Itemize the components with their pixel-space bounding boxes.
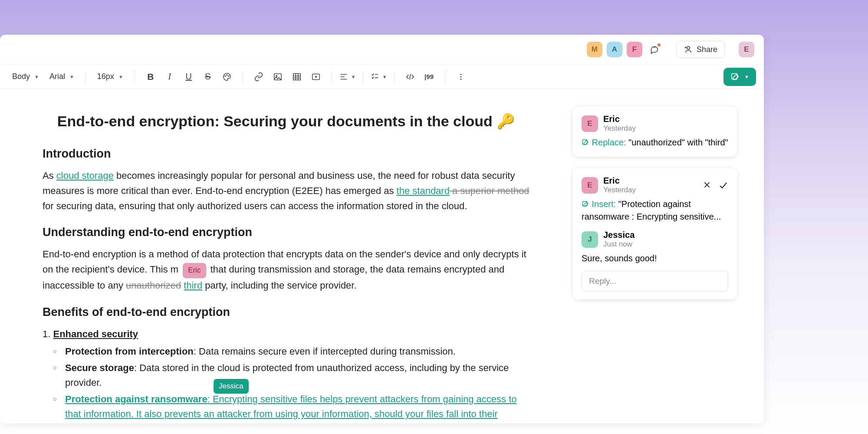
svg-point-26 <box>460 79 461 80</box>
svg-rect-10 <box>293 73 301 80</box>
comment-card[interactable]: E Eric Yesterday Replace: "unauthorized"… <box>573 106 737 157</box>
comment-body: Insert: "Protection against ransomware :… <box>582 198 728 223</box>
image-icon <box>273 72 283 82</box>
strikethrough-button[interactable]: S <box>199 68 217 85</box>
sublist-item[interactable]: Protection from interception: Data remai… <box>53 344 529 359</box>
more-button[interactable] <box>452 68 470 85</box>
add-user-icon <box>684 45 693 54</box>
link-icon <box>254 72 263 82</box>
inserted-title: Protection against ransomware <box>65 394 207 404</box>
italic-button[interactable]: I <box>161 68 178 85</box>
chevron-down-icon: ▼ <box>744 74 749 79</box>
bold-button[interactable]: B <box>142 68 159 85</box>
font-size-value: 16px <box>97 72 114 81</box>
reject-button[interactable] <box>702 180 712 190</box>
collaborator-avatar-a[interactable]: A <box>607 42 622 57</box>
more-vertical-icon <box>456 72 466 82</box>
suggesting-icon <box>730 72 740 82</box>
sublist-item[interactable]: Secure storage: Data stored in the cloud… <box>53 361 529 390</box>
align-button[interactable]: ▼ <box>339 68 356 85</box>
inserted-suggestion: third <box>184 280 202 291</box>
suggesting-mode-button[interactable]: ▼ <box>723 68 756 86</box>
document-title[interactable]: End-to-end encryption: Securing your doc… <box>43 112 529 130</box>
chevron-down-icon: ▼ <box>351 74 356 79</box>
struck-suggestion: unauthorized <box>126 280 181 291</box>
palette-icon <box>222 72 232 82</box>
collaborator-avatar-m[interactable]: M <box>587 42 602 57</box>
list-number: 1. <box>43 329 53 339</box>
collaborator-avatar-f[interactable]: F <box>627 42 642 57</box>
topbar: M A F Share E <box>0 35 764 65</box>
suggestion-icon <box>582 138 589 146</box>
heading-introduction[interactable]: Introduction <box>43 147 529 161</box>
image-button[interactable] <box>269 68 286 85</box>
app-window: M A F Share E Body ▼ Arial ▼ 16px ▼ B <box>0 35 764 423</box>
link-cloud-storage[interactable]: cloud storage <box>56 170 114 181</box>
svg-point-5 <box>225 76 226 76</box>
svg-point-25 <box>460 76 461 77</box>
text: : Data remains secure even if intercepte… <box>194 346 456 357</box>
reply-time: Just now <box>603 240 635 249</box>
struck-text: a superior method <box>450 185 529 196</box>
comments-button[interactable] <box>647 42 662 57</box>
font-size-select[interactable]: 16px ▼ <box>93 69 128 84</box>
text-bold: Protection from interception <box>65 346 194 357</box>
checklist-icon <box>370 72 380 82</box>
reply-input[interactable]: Reply... <box>582 271 728 292</box>
svg-point-24 <box>460 74 461 75</box>
reply-author: Jessica <box>603 230 635 240</box>
comment-body: Replace: "unauthorized" with "third" <box>582 136 728 149</box>
text: for securing data, ensuring that only au… <box>43 201 467 211</box>
text-bold: Secure storage <box>65 362 134 373</box>
heading-understanding[interactable]: Understanding end-to-end encryption <box>43 226 529 239</box>
paragraph-style-value: Body <box>12 72 30 81</box>
chevron-down-icon: ▼ <box>34 74 39 79</box>
reply-text: Sure, sounds good! <box>582 252 728 265</box>
checklist-button[interactable]: ▼ <box>370 68 387 85</box>
svg-point-6 <box>227 74 227 75</box>
align-left-icon <box>339 72 349 82</box>
code-button[interactable] <box>401 68 419 85</box>
paragraph-understanding[interactable]: End-to-end encryption is a method of dat… <box>43 247 529 293</box>
table-button[interactable] <box>288 68 306 85</box>
comment-avatar: E <box>582 177 598 194</box>
reply-avatar: J <box>582 231 598 248</box>
document-body[interactable]: End-to-end encryption: Securing your doc… <box>0 106 573 423</box>
svg-point-7 <box>228 76 229 76</box>
comment-time: Yesterday <box>603 186 636 194</box>
suggestion-icon <box>582 200 589 208</box>
font-family-value: Arial <box>49 72 65 81</box>
user-cursor-eric: Eric <box>183 263 206 278</box>
svg-point-9 <box>276 75 277 76</box>
paragraph-intro[interactable]: As cloud storage becomes increasingly po… <box>43 168 529 214</box>
text: party, including the service provider. <box>202 280 356 291</box>
table-icon <box>292 72 302 82</box>
svg-point-2 <box>687 46 690 49</box>
color-button[interactable] <box>218 68 236 85</box>
comment-time: Yesterday <box>603 124 636 133</box>
quote-button[interactable]: |99 <box>421 68 438 85</box>
underline-button[interactable]: U <box>180 68 197 85</box>
list-item-title: Enhanced security <box>53 329 138 339</box>
comment-author: Eric <box>603 176 636 186</box>
share-label: Share <box>697 45 717 54</box>
notification-dot <box>658 43 661 46</box>
insert-button[interactable] <box>307 68 325 85</box>
svg-line-23 <box>410 74 411 79</box>
chevron-down-icon: ▼ <box>118 74 123 79</box>
accept-button[interactable] <box>718 180 728 191</box>
sublist-item-suggestion[interactable]: Protection against ransomware: Encryptin… <box>53 392 529 421</box>
current-user-avatar[interactable]: E <box>739 42 754 57</box>
share-button[interactable]: Share <box>676 41 725 58</box>
link-the-standard[interactable]: the standard <box>397 185 450 196</box>
plus-box-icon <box>311 72 321 82</box>
heading-benefits[interactable]: Benefits of end-to-end encryption <box>43 306 529 319</box>
link-button[interactable] <box>250 68 267 85</box>
font-family-select[interactable]: Arial ▼ <box>45 69 79 84</box>
comments-sidebar: E Eric Yesterday Replace: "unauthorized"… <box>573 106 746 423</box>
comment-card[interactable]: E Eric Yesterday Insert: "Protection aga… <box>573 168 737 299</box>
list-item-1[interactable]: 1. Enhanced security <box>43 327 529 342</box>
formatting-toolbar: Body ▼ Arial ▼ 16px ▼ B I U S <box>0 65 764 89</box>
paragraph-style-select[interactable]: Body ▼ <box>8 69 43 84</box>
chevron-down-icon: ▼ <box>69 74 74 79</box>
